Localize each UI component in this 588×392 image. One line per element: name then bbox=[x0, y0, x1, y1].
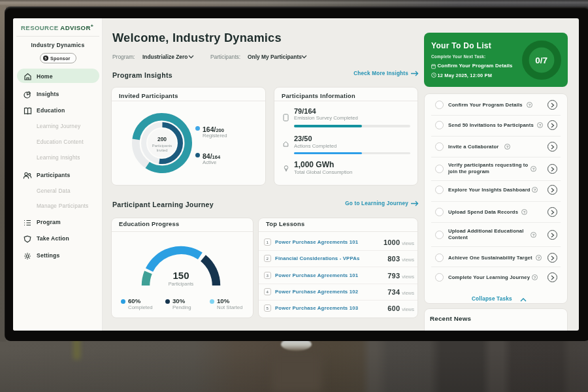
svg-text:0/7: 0/7 bbox=[535, 56, 547, 65]
svg-text:200: 200 bbox=[157, 136, 167, 142]
svg-text:Participants: Participants bbox=[152, 144, 172, 148]
svg-text:Invited: Invited bbox=[156, 148, 167, 152]
